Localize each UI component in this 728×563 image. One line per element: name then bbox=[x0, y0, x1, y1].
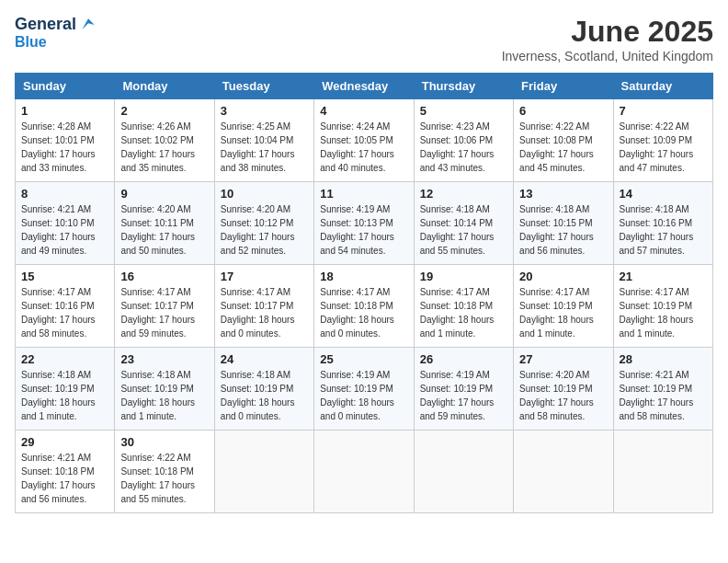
calendar-cell: 8 Sunrise: 4:21 AM Sunset: 10:10 PM Dayl… bbox=[16, 182, 115, 265]
calendar-cell: 3 Sunrise: 4:25 AM Sunset: 10:04 PM Dayl… bbox=[214, 99, 313, 182]
day-info: Sunrise: 4:18 AM Sunset: 10:15 PM Daylig… bbox=[519, 202, 607, 258]
day-number: 9 bbox=[120, 187, 208, 201]
day-info: Sunrise: 4:18 AM Sunset: 10:19 PM Daylig… bbox=[21, 368, 108, 423]
day-info: Sunrise: 4:24 AM Sunset: 10:05 PM Daylig… bbox=[320, 120, 407, 175]
day-info: Sunrise: 4:19 AM Sunset: 10:13 PM Daylig… bbox=[320, 202, 407, 258]
header: General Blue June 2025 Inverness, Scotla… bbox=[15, 15, 713, 63]
calendar-cell: 17 Sunrise: 4:17 AM Sunset: 10:17 PM Day… bbox=[214, 265, 313, 348]
calendar-cell: 21 Sunrise: 4:17 AM Sunset: 10:19 PM Day… bbox=[613, 265, 712, 348]
day-info: Sunrise: 4:17 AM Sunset: 10:18 PM Daylig… bbox=[320, 285, 407, 340]
calendar-cell: 30 Sunrise: 4:22 AM Sunset: 10:18 PM Day… bbox=[115, 431, 214, 513]
day-info: Sunrise: 4:19 AM Sunset: 10:19 PM Daylig… bbox=[320, 368, 407, 423]
calendar-week-4: 22 Sunrise: 4:18 AM Sunset: 10:19 PM Day… bbox=[16, 348, 713, 431]
calendar-cell: 5 Sunrise: 4:23 AM Sunset: 10:06 PM Dayl… bbox=[414, 99, 513, 182]
day-info: Sunrise: 4:18 AM Sunset: 10:19 PM Daylig… bbox=[120, 368, 208, 423]
day-number: 28 bbox=[620, 352, 707, 366]
day-info: Sunrise: 4:19 AM Sunset: 10:19 PM Daylig… bbox=[420, 368, 507, 423]
calendar-cell: 11 Sunrise: 4:19 AM Sunset: 10:13 PM Day… bbox=[314, 182, 414, 265]
day-number: 10 bbox=[221, 187, 308, 201]
day-number: 30 bbox=[120, 435, 208, 449]
logo-blue: Blue bbox=[15, 34, 47, 50]
calendar-cell: 10 Sunrise: 4:20 AM Sunset: 10:12 PM Day… bbox=[214, 182, 313, 265]
day-number: 2 bbox=[120, 104, 208, 118]
day-number: 11 bbox=[320, 187, 407, 201]
day-number: 8 bbox=[21, 187, 108, 201]
calendar-cell: 23 Sunrise: 4:18 AM Sunset: 10:19 PM Day… bbox=[115, 348, 214, 431]
calendar-cell: 4 Sunrise: 4:24 AM Sunset: 10:05 PM Dayl… bbox=[314, 99, 414, 182]
day-info: Sunrise: 4:21 AM Sunset: 10:19 PM Daylig… bbox=[620, 368, 707, 423]
day-header-monday: Monday bbox=[115, 74, 214, 99]
month-title: June 2025 bbox=[502, 15, 713, 49]
calendar-cell: 25 Sunrise: 4:19 AM Sunset: 10:19 PM Day… bbox=[314, 348, 414, 431]
day-number: 17 bbox=[221, 270, 308, 283]
calendar-cell: 16 Sunrise: 4:17 AM Sunset: 10:17 PM Day… bbox=[115, 265, 214, 348]
day-number: 4 bbox=[320, 104, 407, 118]
day-number: 29 bbox=[21, 435, 108, 449]
day-info: Sunrise: 4:17 AM Sunset: 10:19 PM Daylig… bbox=[620, 285, 707, 340]
calendar-cell: 27 Sunrise: 4:20 AM Sunset: 10:19 PM Day… bbox=[514, 348, 613, 431]
day-number: 25 bbox=[320, 352, 407, 366]
calendar-cell: 22 Sunrise: 4:18 AM Sunset: 10:19 PM Day… bbox=[16, 348, 115, 431]
calendar-week-2: 8 Sunrise: 4:21 AM Sunset: 10:10 PM Dayl… bbox=[16, 182, 713, 265]
day-number: 19 bbox=[420, 270, 507, 283]
calendar-cell: 19 Sunrise: 4:17 AM Sunset: 10:18 PM Day… bbox=[414, 265, 513, 348]
calendar-cell: 6 Sunrise: 4:22 AM Sunset: 10:08 PM Dayl… bbox=[514, 99, 613, 182]
day-info: Sunrise: 4:18 AM Sunset: 10:19 PM Daylig… bbox=[221, 368, 308, 423]
day-number: 1 bbox=[21, 104, 108, 118]
day-info: Sunrise: 4:20 AM Sunset: 10:19 PM Daylig… bbox=[519, 368, 607, 423]
location: Inverness, Scotland, United Kingdom bbox=[502, 49, 713, 63]
day-number: 6 bbox=[519, 104, 607, 118]
calendar-week-5: 29 Sunrise: 4:21 AM Sunset: 10:18 PM Day… bbox=[16, 431, 713, 513]
day-info: Sunrise: 4:25 AM Sunset: 10:04 PM Daylig… bbox=[221, 120, 308, 175]
logo-general: General bbox=[15, 15, 76, 34]
day-number: 20 bbox=[519, 270, 607, 283]
calendar-cell: 13 Sunrise: 4:18 AM Sunset: 10:15 PM Day… bbox=[514, 182, 613, 265]
calendar-cell: 15 Sunrise: 4:17 AM Sunset: 10:16 PM Day… bbox=[16, 265, 115, 348]
day-header-saturday: Saturday bbox=[613, 74, 712, 99]
calendar-table: SundayMondayTuesdayWednesdayThursdayFrid… bbox=[15, 73, 713, 513]
day-number: 16 bbox=[120, 270, 208, 283]
calendar-cell: 1 Sunrise: 4:28 AM Sunset: 10:01 PM Dayl… bbox=[16, 99, 115, 182]
day-number: 22 bbox=[21, 352, 108, 366]
day-info: Sunrise: 4:28 AM Sunset: 10:01 PM Daylig… bbox=[21, 120, 108, 175]
day-info: Sunrise: 4:17 AM Sunset: 10:17 PM Daylig… bbox=[221, 285, 308, 340]
day-info: Sunrise: 4:22 AM Sunset: 10:09 PM Daylig… bbox=[620, 120, 707, 175]
calendar-cell: 12 Sunrise: 4:18 AM Sunset: 10:14 PM Day… bbox=[414, 182, 513, 265]
day-info: Sunrise: 4:17 AM Sunset: 10:18 PM Daylig… bbox=[420, 285, 507, 340]
day-number: 21 bbox=[620, 270, 707, 283]
calendar-cell: 20 Sunrise: 4:17 AM Sunset: 10:19 PM Day… bbox=[514, 265, 613, 348]
day-info: Sunrise: 4:23 AM Sunset: 10:06 PM Daylig… bbox=[420, 120, 507, 175]
calendar-cell: 28 Sunrise: 4:21 AM Sunset: 10:19 PM Day… bbox=[613, 348, 712, 431]
calendar-cell bbox=[613, 431, 712, 513]
day-number: 5 bbox=[420, 104, 507, 118]
day-info: Sunrise: 4:17 AM Sunset: 10:16 PM Daylig… bbox=[21, 285, 108, 340]
calendar-week-1: 1 Sunrise: 4:28 AM Sunset: 10:01 PM Dayl… bbox=[16, 99, 713, 182]
title-area: June 2025 Inverness, Scotland, United Ki… bbox=[502, 15, 713, 63]
day-header-friday: Friday bbox=[514, 74, 613, 99]
day-info: Sunrise: 4:20 AM Sunset: 10:11 PM Daylig… bbox=[120, 202, 208, 258]
day-number: 24 bbox=[221, 352, 308, 366]
calendar-header-row: SundayMondayTuesdayWednesdayThursdayFrid… bbox=[16, 74, 713, 99]
calendar-cell bbox=[314, 431, 414, 513]
day-number: 13 bbox=[519, 187, 607, 201]
day-info: Sunrise: 4:18 AM Sunset: 10:16 PM Daylig… bbox=[620, 202, 707, 258]
calendar-cell: 24 Sunrise: 4:18 AM Sunset: 10:19 PM Day… bbox=[214, 348, 313, 431]
day-info: Sunrise: 4:17 AM Sunset: 10:19 PM Daylig… bbox=[519, 285, 607, 340]
day-info: Sunrise: 4:20 AM Sunset: 10:12 PM Daylig… bbox=[221, 202, 308, 258]
day-number: 3 bbox=[221, 104, 308, 118]
day-number: 23 bbox=[120, 352, 208, 366]
calendar-week-3: 15 Sunrise: 4:17 AM Sunset: 10:16 PM Day… bbox=[16, 265, 713, 348]
day-header-wednesday: Wednesday bbox=[314, 74, 414, 99]
day-info: Sunrise: 4:22 AM Sunset: 10:08 PM Daylig… bbox=[519, 120, 607, 175]
calendar-cell: 18 Sunrise: 4:17 AM Sunset: 10:18 PM Day… bbox=[314, 265, 414, 348]
day-number: 12 bbox=[420, 187, 507, 201]
day-number: 18 bbox=[320, 270, 407, 283]
day-header-tuesday: Tuesday bbox=[214, 74, 313, 99]
calendar-cell bbox=[514, 431, 613, 513]
day-number: 27 bbox=[519, 352, 607, 366]
calendar-cell bbox=[414, 431, 513, 513]
day-info: Sunrise: 4:18 AM Sunset: 10:14 PM Daylig… bbox=[420, 202, 507, 258]
logo: General Blue bbox=[15, 15, 97, 51]
day-number: 14 bbox=[620, 187, 707, 201]
calendar-cell bbox=[214, 431, 313, 513]
